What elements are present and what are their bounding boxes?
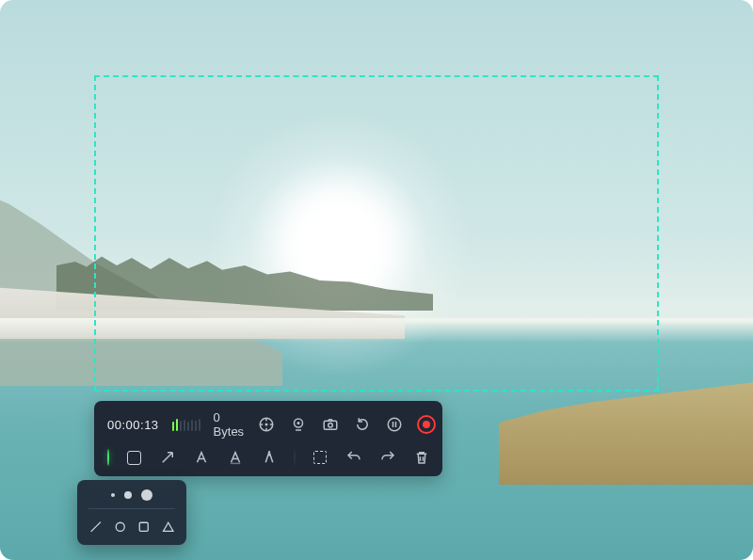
svg-point-10 [268,451,270,453]
svg-rect-8 [395,422,397,427]
text-tool[interactable] [192,448,211,467]
stroke-size-small[interactable] [111,493,115,497]
annotation-tools-row [107,448,431,467]
svg-point-11 [116,522,124,531]
arrow-tool[interactable] [158,448,177,467]
elapsed-time: 00:00:13 [107,418,159,432]
record-icon [417,415,436,434]
triangle-icon [161,520,176,535]
shape-square[interactable] [136,519,152,536]
arrow-icon [159,449,176,466]
record-button[interactable] [417,415,436,434]
svg-rect-4 [324,421,337,429]
scenery-horizon [0,318,753,343]
color-swatch-primary[interactable] [107,449,109,466]
rectangle-tool[interactable] [124,448,143,467]
svg-point-5 [328,424,333,428]
circle-icon [113,520,128,535]
highlighter-tool[interactable] [226,448,245,467]
audio-level-meter [172,418,200,431]
pause-button[interactable] [385,415,404,434]
svg-point-3 [297,422,300,424]
svg-point-1 [265,424,268,426]
highlighter-a-icon [227,449,244,466]
redo-icon [379,449,396,466]
stroke-size-medium[interactable] [124,491,132,499]
stroke-size-large[interactable] [141,489,152,501]
undo-button[interactable] [344,448,363,467]
desktop-background: 00:00:13 0 Bytes [0,0,753,560]
pen-tool[interactable] [260,448,279,467]
svg-rect-9 [231,463,241,465]
pause-icon [386,416,403,433]
svg-rect-7 [393,422,394,427]
delete-button[interactable] [412,448,431,467]
redo-button[interactable] [378,448,397,467]
svg-rect-12 [139,522,148,531]
scenery-grass [499,381,753,485]
shape-line[interactable] [88,519,104,536]
svg-point-6 [388,418,401,431]
shape-circle[interactable] [113,519,128,536]
stroke-shape-popover [77,480,186,545]
square-outline-icon [136,520,152,535]
dashed-square-icon [313,451,327,464]
line-icon [88,520,104,535]
screenshot-button[interactable] [321,415,340,434]
marquee-tool[interactable] [311,448,329,467]
shape-picker-row [88,509,175,536]
file-size: 0 Bytes [214,410,245,439]
reset-icon [354,416,371,433]
shape-triangle[interactable] [161,519,176,536]
webcam-icon [290,416,307,433]
stroke-size-row [88,489,175,509]
webcam-button[interactable] [289,415,308,434]
undo-icon [345,449,362,466]
reset-button[interactable] [353,415,372,434]
square-icon [127,451,141,465]
camera-icon [322,416,339,433]
cursor-highlight-button[interactable] [257,415,276,434]
text-a-icon [193,449,210,466]
recorder-toolbar: 00:00:13 0 Bytes [94,401,442,476]
recorder-status-row: 00:00:13 0 Bytes [107,410,431,439]
target-icon [258,416,275,433]
trash-icon [413,449,430,466]
color-swatch-secondary[interactable] [294,449,296,466]
compass-icon [261,449,278,466]
